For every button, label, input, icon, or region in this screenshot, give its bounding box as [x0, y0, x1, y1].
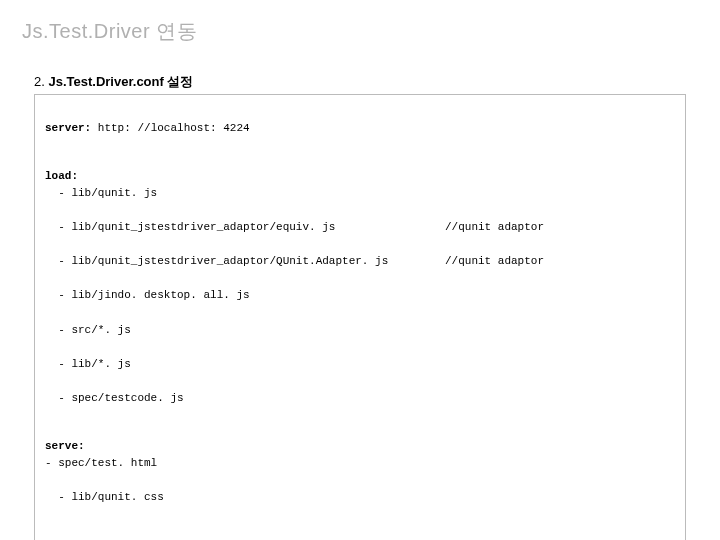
section-number: 2. — [34, 74, 45, 89]
load-path: - spec/testcode. js — [45, 390, 445, 407]
page-title: Js.Test.Driver 연동 — [22, 18, 698, 45]
server-block: server: http: //localhost: 4224 — [45, 120, 675, 137]
serve-block: serve: - spec/test. html - lib/qunit. cs… — [45, 438, 675, 506]
load-path: - src/*. js — [45, 322, 445, 339]
load-path: - lib/jindo. desktop. all. js — [45, 287, 445, 304]
load-item: - lib/qunit. js — [45, 185, 675, 202]
load-item: - lib/jindo. desktop. all. js — [45, 287, 675, 304]
load-path: - lib/qunit_jstestdriver_adaptor/equiv. … — [45, 219, 445, 236]
section-label: Js.Test.Driver.conf 설정 — [48, 74, 193, 89]
load-item: - spec/testcode. js — [45, 390, 675, 407]
load-item: - lib/*. js — [45, 356, 675, 373]
load-item: - lib/qunit_jstestdriver_adaptor/QUnit.A… — [45, 253, 675, 270]
load-item: - lib/qunit_jstestdriver_adaptor/equiv. … — [45, 219, 675, 236]
section-heading: 2. Js.Test.Driver.conf 설정 — [34, 73, 698, 91]
load-block: load: - lib/qunit. js - lib/qunit_jstest… — [45, 168, 675, 407]
serve-key: serve: — [45, 440, 85, 452]
config-code-box: server: http: //localhost: 4224 load: - … — [34, 94, 686, 540]
load-comment: //qunit adaptor — [445, 253, 544, 270]
server-key: server: — [45, 122, 91, 134]
load-path: - lib/*. js — [45, 356, 445, 373]
serve-item: - lib/qunit. css — [45, 489, 675, 506]
serve-item: - spec/test. html — [45, 455, 675, 472]
server-value: http: //localhost: 4224 — [91, 122, 249, 134]
load-key: load: — [45, 170, 78, 182]
load-item: - src/*. js — [45, 322, 675, 339]
load-comment: //qunit adaptor — [445, 219, 544, 236]
load-path: - lib/qunit. js — [45, 185, 445, 202]
load-path: - lib/qunit_jstestdriver_adaptor/QUnit.A… — [45, 253, 445, 270]
